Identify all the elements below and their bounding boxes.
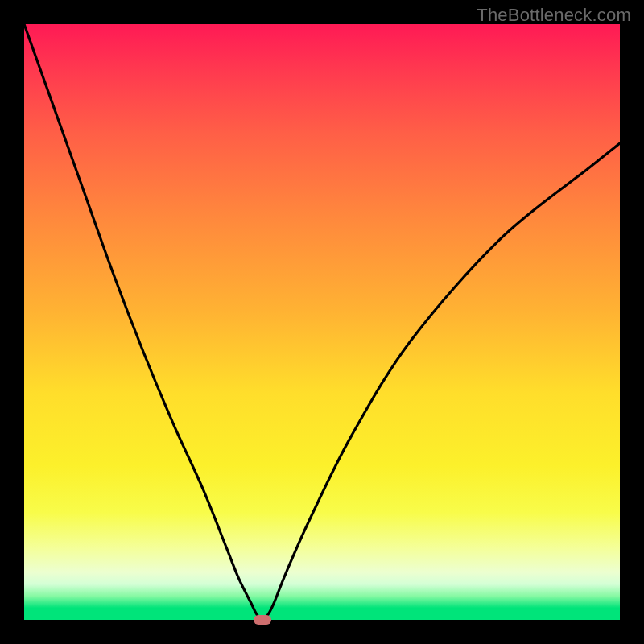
chart-frame: TheBottleneck.com — [0, 0, 644, 644]
watermark-text: TheBottleneck.com — [477, 5, 631, 26]
bottleneck-curve — [24, 24, 620, 620]
plot-area — [24, 24, 620, 620]
optimal-point-marker — [254, 615, 271, 625]
